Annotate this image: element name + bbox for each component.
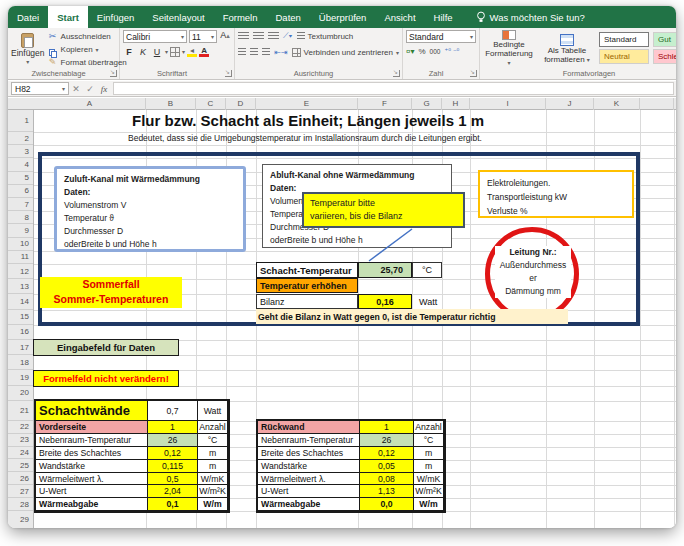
table-cell[interactable]: Anzahl <box>414 421 444 434</box>
table-cell[interactable]: Breite des Schachtes <box>36 447 148 460</box>
row-header-9[interactable]: 9 <box>8 224 33 237</box>
row-header-6[interactable]: 6 <box>8 185 33 198</box>
table-cell[interactable]: Breite des Schachtes <box>258 447 360 460</box>
column-header-H[interactable]: H <box>442 98 470 110</box>
column-header-A[interactable]: A <box>34 98 146 110</box>
name-box[interactable]: H82▾ <box>11 82 69 95</box>
table-cell[interactable]: 0,115 <box>148 460 198 473</box>
column-header-G[interactable]: G <box>412 98 442 110</box>
row-header-3[interactable]: 3 <box>8 145 33 158</box>
align-center-icon[interactable] <box>250 48 258 56</box>
row-header-28[interactable]: 28 <box>8 498 33 511</box>
underline-button[interactable]: U <box>151 47 163 57</box>
row-header-23[interactable]: 23 <box>8 434 33 447</box>
cut-button[interactable]: ✂Ausschneiden <box>48 30 127 42</box>
number-format-combo[interactable]: Standard▾ <box>406 30 476 43</box>
font-color-button[interactable]: A <box>199 47 209 57</box>
alignment-dialog-launcher[interactable]: ↘ <box>393 70 400 77</box>
temperatur-erhoehen-cell[interactable]: Temperatur erhöhen <box>256 278 358 293</box>
row-header-1[interactable]: 1 <box>8 110 33 132</box>
bold-button[interactable]: F <box>123 47 135 57</box>
row-header-7[interactable]: 7 <box>8 198 33 211</box>
indent-icons[interactable]: ⇤⇥ <box>274 48 287 57</box>
row-header-20[interactable]: 20 <box>8 386 33 401</box>
column-header-I[interactable]: I <box>470 98 546 110</box>
table-cell[interactable]: 1 <box>148 421 198 434</box>
table-cell[interactable]: 1 <box>360 421 414 434</box>
wrap-text-button[interactable]: Textumbruch <box>297 30 354 42</box>
row-header-24[interactable]: 24 <box>8 447 33 460</box>
tell-me-search[interactable]: Was möchten Sie tun? <box>476 6 585 28</box>
bilanz-unit[interactable]: Watt <box>416 294 450 309</box>
schacht-temperatur-label[interactable]: Schacht-Temperatur <box>256 262 358 278</box>
cell-style-standard[interactable]: Standard <box>599 32 649 47</box>
table-cell[interactable]: W/mK <box>414 473 444 486</box>
table-cell[interactable]: Nebenraum-Temperatur <box>36 434 148 447</box>
table-cell[interactable]: Schachtwände <box>36 401 148 421</box>
table-cell[interactable]: Vorderseite <box>36 421 148 434</box>
column-header-partial[interactable] <box>640 98 674 110</box>
enter-icon[interactable]: ✓ <box>83 84 97 94</box>
format-as-table-button[interactable]: Als Tabelleformatieren ▾ <box>541 30 593 68</box>
row-header-16[interactable]: 16 <box>8 325 33 340</box>
table-cell[interactable]: W/mK <box>198 473 228 486</box>
format-painter-button[interactable]: ✎Format übertragen <box>48 56 127 68</box>
insert-function-icon[interactable]: fx <box>97 84 111 94</box>
font-dialog-launcher[interactable]: ↘ <box>225 70 232 77</box>
orientation-icon[interactable]: ⟋▾ <box>283 31 293 41</box>
table-cell[interactable]: 0,12 <box>148 447 198 460</box>
ribbon-tab-daten[interactable]: Daten <box>267 6 310 28</box>
ribbon-tab-start[interactable]: Start <box>48 6 88 28</box>
row-header-13[interactable]: 13 <box>8 279 33 294</box>
table-cell[interactable]: 0,0 <box>360 498 414 511</box>
table-cell[interactable]: 0,7 <box>148 401 198 421</box>
cell-style-schlecht[interactable]: Schlecht <box>653 49 676 64</box>
row-header-14[interactable]: 14 <box>8 294 33 309</box>
row-header-27[interactable]: 27 <box>8 485 33 498</box>
row-header-18[interactable]: 18 <box>8 355 33 370</box>
ribbon-tab-seitenlayout[interactable]: Seitenlayout <box>143 6 213 28</box>
row-header-10[interactable]: 10 <box>8 238 33 251</box>
align-middle-icon[interactable] <box>253 32 264 40</box>
row-header-21[interactable]: 21 <box>8 401 33 421</box>
align-bottom-icon[interactable] <box>268 32 279 40</box>
table-cell[interactable]: 0,5 <box>148 473 198 486</box>
percent-format-button[interactable]: % <box>418 47 425 56</box>
ribbon-tab-ansicht[interactable]: Ansicht <box>375 6 424 28</box>
table-cell[interactable]: m <box>198 447 228 460</box>
font-family-combo[interactable]: Calibri▾ <box>123 30 187 43</box>
table-cell[interactable]: Rückwand <box>258 421 360 434</box>
table-cell[interactable]: Watt <box>198 401 228 421</box>
thousands-format-button[interactable]: 000 <box>430 48 441 55</box>
row-header-22[interactable]: 22 <box>8 421 33 434</box>
merge-center-button[interactable]: Verbinden und zentrieren▾ <box>292 46 399 58</box>
row-header-19[interactable]: 19 <box>8 370 33 385</box>
table-cell[interactable]: 26 <box>360 434 414 447</box>
row-header-15[interactable]: 15 <box>8 310 33 325</box>
table-cell[interactable]: Wärmeabgabe <box>258 498 360 511</box>
borders-icon[interactable] <box>170 47 180 57</box>
ribbon-tab-einfügen[interactable]: Einfügen <box>88 6 144 28</box>
clipboard-dialog-launcher[interactable]: ↘ <box>110 70 117 77</box>
row-header-25[interactable]: 25 <box>8 460 33 473</box>
table-cell[interactable]: Wärmeabgabe <box>36 498 148 511</box>
ribbon-tab-formeln[interactable]: Formeln <box>214 6 267 28</box>
table-cell[interactable]: 0,1 <box>148 498 198 511</box>
table-cell[interactable]: 26 <box>148 434 198 447</box>
table-cell[interactable]: °C <box>198 434 228 447</box>
column-header-F[interactable]: F <box>358 98 412 110</box>
table-cell[interactable]: U-Wert <box>36 485 148 498</box>
italic-button[interactable]: K <box>137 47 149 57</box>
column-header-B[interactable]: B <box>146 98 196 110</box>
table-cell[interactable]: Wandstärke <box>258 460 360 473</box>
currency-format-button[interactable]: ¤▾ <box>406 47 414 56</box>
number-dialog-launcher[interactable]: ↘ <box>470 70 477 77</box>
table-cell[interactable]: 2,04 <box>148 485 198 498</box>
column-header-C[interactable]: C <box>196 98 226 110</box>
grow-font-button[interactable]: A▴ <box>219 30 231 43</box>
table-cell[interactable]: Nebenraum-Temperatur <box>258 434 360 447</box>
align-top-icon[interactable] <box>238 32 249 40</box>
table-cell[interactable]: Wärmeleitwert λ. <box>36 473 148 486</box>
row-header-5[interactable]: 5 <box>8 172 33 185</box>
bilanz-value[interactable]: 0,16 <box>358 294 412 309</box>
